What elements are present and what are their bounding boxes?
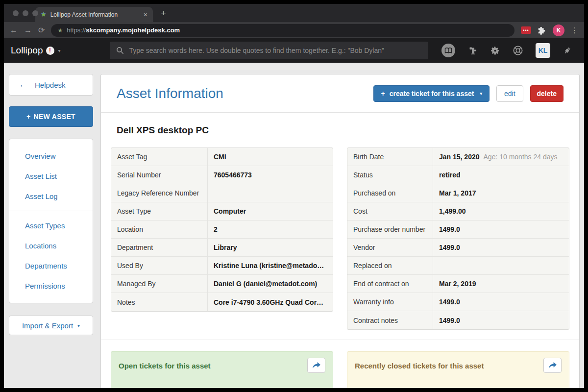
user-avatar[interactable]: KL: [536, 43, 550, 58]
new-asset-label: NEW ASSET: [34, 113, 75, 121]
row-label: Contract notes: [347, 311, 433, 329]
browser-profile-avatar[interactable]: K: [553, 24, 564, 36]
sidebar-item-overview[interactable]: Overview: [9, 146, 93, 166]
row-label: Replaced on: [347, 257, 433, 274]
logout-plug-icon[interactable]: [563, 46, 572, 55]
chevron-down-icon: ▾: [77, 323, 80, 328]
sidebar-item-permissions[interactable]: Permissions: [9, 276, 93, 296]
asset-information-panel: Asset Information + create ticket for th…: [100, 74, 580, 388]
chevron-down-icon: ▾: [58, 48, 61, 53]
url-text: https://skcompany.mojohelpdesk.com: [67, 26, 180, 34]
row-label: Managed By: [111, 275, 208, 293]
browser-tab[interactable]: ★ Lollipop Asset Information ×: [35, 7, 153, 22]
settings-gear-icon[interactable]: [490, 46, 500, 56]
row-label: Notes: [111, 293, 208, 311]
knowledge-base-book-icon[interactable]: [441, 43, 456, 58]
table-row: Asset TagCMI: [111, 148, 333, 166]
plus-icon: +: [381, 90, 385, 98]
sidebar-divider: [9, 211, 93, 211]
row-label: Asset Type: [111, 202, 208, 220]
back-to-helpdesk[interactable]: ← Helpdesk: [9, 74, 93, 96]
sidebar-item-departments[interactable]: Departments: [9, 256, 93, 276]
table-row: Cost1,499.00: [347, 202, 569, 220]
extension-badge-icon[interactable]: •••: [521, 26, 531, 34]
browser-toolbar: ← → ⟳ ★ https://skcompany.mojohelpdesk.c…: [4, 22, 584, 38]
row-value: 2: [208, 225, 333, 233]
search-icon: [116, 47, 124, 54]
row-label: Location: [111, 220, 208, 238]
sidebar-item-asset-types[interactable]: Asset Types: [9, 216, 93, 236]
row-label: Department: [111, 239, 208, 256]
row-label: Vendor: [347, 239, 433, 256]
browser-menu-icon[interactable]: ⋮: [571, 26, 578, 35]
table-row: Asset TypeComputer: [111, 202, 333, 220]
main-header: Asset Information + create ticket for th…: [101, 74, 579, 113]
table-row: Purchased onMar 1, 2017: [347, 184, 569, 202]
maximize-window-button[interactable]: [32, 10, 38, 16]
row-label: Asset Tag: [111, 148, 208, 166]
row-label: Serial Number: [111, 166, 208, 184]
appbar-icons: KL: [441, 43, 572, 58]
page-content: ← Helpdesk + NEW ASSET Overview Asset Li…: [4, 63, 584, 388]
tab-title: Lollipop Asset Information: [50, 11, 140, 18]
goto-closed-tickets-button[interactable]: [543, 358, 562, 373]
row-value: 1499.0: [433, 225, 569, 233]
edit-button[interactable]: edit: [496, 85, 523, 102]
asset-name: Dell XPS desktop PC: [117, 125, 564, 136]
row-value: Daniel G (daniel@metadot.com): [208, 280, 333, 288]
share-arrow-icon: [313, 362, 320, 369]
table-row: Used ByKristine Luna (kristine@metado…: [111, 257, 333, 275]
favicon-star-icon: ★: [41, 11, 47, 18]
create-ticket-button[interactable]: + create ticket for this asset ▾: [373, 85, 489, 102]
global-search[interactable]: [110, 42, 428, 59]
automations-puzzle-icon[interactable]: [468, 46, 478, 55]
close-tab-icon[interactable]: ×: [144, 11, 147, 19]
row-value: Mar 1, 2017: [433, 189, 569, 197]
age-text: Age: 10 months 24 days: [484, 153, 558, 161]
brand-menu[interactable]: Lollipop ! ▾: [11, 45, 61, 56]
row-value: Library: [208, 244, 333, 251]
extensions-puzzle-icon[interactable]: [538, 26, 546, 35]
window-controls[interactable]: [13, 10, 38, 16]
import-export-label: Import & Export: [22, 321, 73, 330]
reload-icon[interactable]: ⟳: [38, 26, 45, 34]
share-arrow-icon: [549, 362, 557, 369]
new-asset-button[interactable]: + NEW ASSET: [9, 106, 93, 127]
search-input[interactable]: [129, 47, 422, 54]
chevron-down-icon: ▾: [480, 91, 482, 96]
import-export-button[interactable]: Import & Export ▾: [9, 316, 93, 335]
asset-general-table: Asset TagCMI Serial Number7605466773 Leg…: [111, 147, 333, 312]
table-row: Serial Number7605466773: [111, 166, 333, 184]
table-row: Contract notes1499.0: [347, 311, 569, 329]
table-row: Statusretired: [347, 166, 569, 184]
new-tab-button[interactable]: +: [161, 8, 166, 19]
row-value: 1499.0: [433, 317, 569, 324]
row-value: 7605466773: [208, 171, 333, 179]
sidebar-item-asset-log[interactable]: Asset Log: [9, 186, 93, 206]
row-value: CMI: [208, 153, 333, 161]
header-buttons: + create ticket for this asset ▾ edit de…: [373, 85, 564, 102]
forward-icon[interactable]: →: [24, 26, 32, 34]
sidebar-item-locations[interactable]: Locations: [9, 236, 93, 256]
address-bar[interactable]: ★ https://skcompany.mojohelpdesk.com: [51, 24, 514, 37]
table-row: NotesCore i7-4790 3.60GHz Quad Cor…: [111, 293, 333, 311]
closed-tickets-panel: Recently closed tickets for this asset: [347, 351, 569, 388]
section-divider: [101, 340, 579, 340]
row-value: Kristine Luna (kristine@metado…: [208, 262, 333, 270]
row-value: Mar 2, 2019: [433, 280, 569, 288]
close-window-button[interactable]: [13, 10, 19, 16]
tab-strip: ★ Lollipop Asset Information × +: [4, 4, 584, 22]
row-label: Status: [347, 166, 433, 184]
row-value: Computer: [208, 207, 333, 215]
back-icon[interactable]: ←: [10, 26, 18, 34]
open-tickets-panel: Open tickets for this asset: [111, 351, 333, 388]
minimize-window-button[interactable]: [23, 10, 28, 16]
goto-open-tickets-button[interactable]: [307, 358, 325, 373]
table-row: DepartmentLibrary: [111, 239, 333, 257]
help-lifering-icon[interactable]: [513, 45, 523, 56]
back-arrow-icon: ←: [19, 80, 27, 90]
delete-button[interactable]: delete: [530, 85, 564, 102]
page-title: Asset Information: [117, 86, 223, 101]
sidebar-item-asset-list[interactable]: Asset List: [9, 166, 93, 186]
app-navbar: Lollipop ! ▾ KL: [4, 38, 584, 63]
